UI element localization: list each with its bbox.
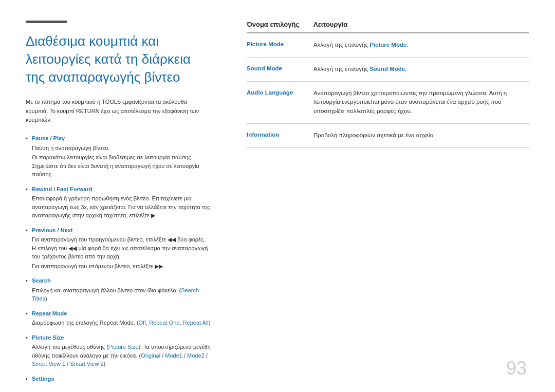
bullet-title: Repeat Mode: [32, 310, 67, 316]
picture-size-link[interactable]: Picture Size: [108, 344, 139, 350]
repeat-one-link[interactable]: Repeat One: [149, 320, 179, 326]
row-name: Picture Mode: [247, 41, 313, 47]
bullet-desc: Επαναφορά ή γρήγορη προώθηση ενός βίντεο…: [32, 194, 211, 220]
page-number: 93: [506, 358, 527, 379]
list-item: Search Επιλογή και αναπαραγωγή άλλου βίν…: [26, 276, 211, 303]
list-item: Rewind / Fast Forward Επαναφορά ή γρήγορ…: [26, 185, 211, 220]
bullet-title: Previous / Next: [32, 227, 72, 233]
repeat-all-link[interactable]: Repeat All: [183, 320, 209, 326]
page-container: Διαθέσιμα κουμπιά και λειτουργίες κατά τ…: [0, 0, 555, 392]
bullet-title: Picture Size: [32, 334, 64, 341]
col-name-header: Όνομα επιλογής: [247, 21, 313, 28]
row-name: Sound Mode: [247, 65, 313, 71]
content-area: Διαθέσιμα κουμπιά και λειτουργίες κατά τ…: [0, 0, 555, 392]
highlight: Picture Mode: [369, 42, 406, 48]
list-item: Pause / Play Παύση ή αναπαραγωγή βίντεο.…: [26, 134, 211, 179]
table-row: Audio Language Αναπαραγωγή βίντεο χρησιμ…: [247, 82, 529, 124]
right-column: Όνομα επιλογής Λειτουργία Picture Mode Α…: [242, 21, 529, 389]
left-column: Διαθέσιμα κουμπιά και λειτουργίες κατά τ…: [26, 21, 221, 389]
table-row: Sound Mode Αλλαγή της επιλογής Sound Mod…: [247, 58, 529, 82]
bullet-desc-extra: Οι παρακάτω λειτουργίες είναι διαθέσιμες…: [32, 153, 211, 179]
bullet-title: Settings: [32, 376, 54, 382]
bullet-desc: Αλλαγή του μεγέθους οθόνης (Picture Size…: [32, 343, 211, 368]
smart-view2-link[interactable]: Smart View 2: [70, 361, 103, 367]
bullet-title: Search: [32, 277, 51, 284]
smart-view1-link[interactable]: Smart View 1: [32, 361, 65, 367]
off-link[interactable]: Off: [139, 320, 146, 326]
accent-bar: [26, 21, 67, 23]
search-titles-link[interactable]: Search Titles: [32, 287, 199, 302]
mode2-link[interactable]: Mode2: [187, 352, 205, 359]
table-row: Information Προβολή πληροφοριών σχετικά …: [247, 124, 529, 148]
mode1-link[interactable]: Mode1: [165, 352, 182, 359]
bullet-desc-extra: Για αναπαραγωγή του επόμενου βίντεο, επι…: [32, 262, 211, 271]
bullet-list: Pause / Play Παύση ή αναπαραγωγή βίντεο.…: [26, 134, 211, 383]
list-item: Picture Size Αλλαγή του μεγέθους οθόνης …: [26, 333, 211, 368]
row-name: Information: [247, 131, 313, 138]
list-item: Previous / Next Για αναπαραγωγή του προη…: [26, 226, 211, 271]
highlight: Sound Mode: [369, 66, 405, 72]
bullet-desc: Παύση ή αναπαραγωγή βίντεο.: [32, 144, 211, 153]
table-row: Picture Mode Αλλαγή της επιλογής Picture…: [247, 33, 529, 58]
bullet-title: Pause / Play: [32, 135, 65, 141]
bullet-desc: Διαμόρφωση της επιλογής Repeat Mode. (Of…: [32, 319, 211, 327]
original-link[interactable]: Original: [141, 352, 160, 359]
bullet-title: Rewind / Fast Forward: [32, 186, 92, 192]
row-desc: Αλλαγή της επιλογής Sound Mode.: [313, 65, 529, 74]
bullet-desc: Επιλογή και αναπαραγωγή άλλου βίντεο στο…: [32, 286, 211, 303]
col-function-header: Λειτουργία: [313, 21, 529, 28]
row-desc: Αλλαγή της επιλογής Picture Mode.: [313, 41, 529, 50]
row-desc: Αναπαραγωγή βίντεο χρησιμοποιώντας την π…: [313, 89, 529, 116]
row-name: Audio Language: [247, 89, 313, 96]
main-title: Διαθέσιμα κουμπιά και λειτουργίες κατά τ…: [26, 32, 211, 86]
table-header: Όνομα επιλογής Λειτουργία: [247, 21, 529, 33]
list-item: Settings: [26, 375, 211, 383]
bullet-desc: Για αναπαραγωγή του προηγούμενου βίντεο,…: [32, 235, 211, 261]
list-item: Repeat Mode Διαμόρφωση της επιλογής Repe…: [26, 309, 211, 327]
intro-text: Με το πάτημα του κουμπιού ή TOOLS εμφανί…: [26, 98, 211, 125]
row-desc: Προβολή πληροφοριών σχετικά με ένα αρχεί…: [313, 131, 529, 140]
